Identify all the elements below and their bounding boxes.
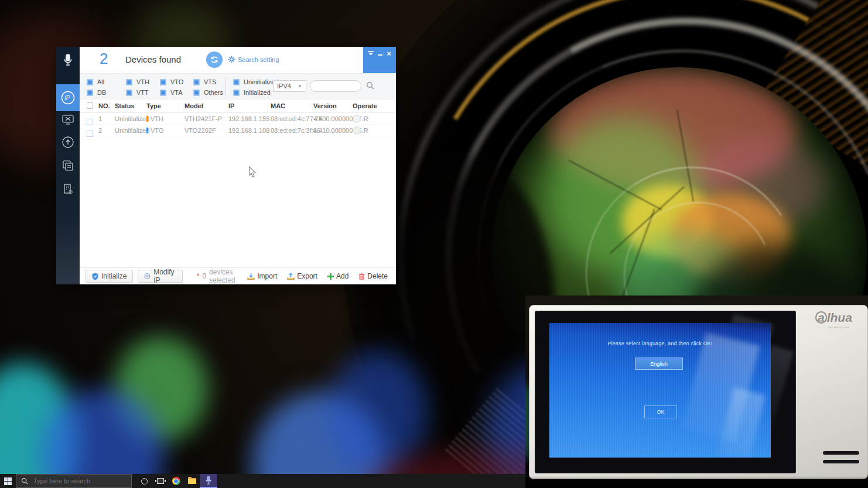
magnifier-icon [21,477,28,484]
configtool-taskbar-button[interactable] [200,474,217,488]
device-count: 2 [100,50,108,68]
filter-label: VTA [170,89,183,96]
cell-no: 2 [98,127,102,134]
building-gear-icon [61,183,74,195]
device-photo: Please select language, and then click O… [525,295,868,488]
ip-version-select[interactable]: IPV4 ▼ [273,80,306,92]
sidebar-item-building-config[interactable] [56,179,80,199]
logo-text: lhua [827,311,852,324]
export-label: Export [297,272,317,280]
taskbar-search-input[interactable] [32,477,127,485]
filter-label: DB [97,89,106,96]
column-ip: IP [228,102,234,109]
refresh-button[interactable] [206,51,223,68]
close-button[interactable]: × [387,50,391,57]
mouse-cursor [248,166,257,179]
sidebar-logo [56,50,80,70]
checkbox-checked[interactable] [233,79,240,85]
chrome-icon [172,477,180,485]
delete-button[interactable]: Delete [358,272,388,280]
filter-all[interactable]: All [87,78,126,85]
details-button[interactable] [353,115,361,123]
modify-ip-button[interactable]: IP Modify IP [138,270,182,283]
microphone-icon [62,53,74,67]
filter-bar: All VTH VTO VTS Uninitialized DB VTT VTA… [80,73,396,99]
filter-db[interactable]: DB [87,89,126,96]
search-setting-button[interactable]: Search setting [228,56,279,63]
taskbar [0,474,525,488]
filter-vth[interactable]: VTH [126,78,160,85]
taskbar-search[interactable] [16,474,132,488]
configtool-main: 2 Devices found Search setting [80,47,396,284]
sidebar-item-config-copy[interactable] [56,156,80,176]
cell-model: VTO2202F [184,127,216,134]
column-mac: MAC [271,102,285,109]
checkbox-checked[interactable] [87,79,93,85]
dahua-logo: alhua [815,311,852,325]
sidebar-item-upgrade[interactable] [56,132,80,152]
selected-label: devices selected [209,268,242,284]
filter-uninitialized[interactable]: Uninitialized [233,78,278,85]
table-row[interactable]: 2 Uninitialized VTO VTO2202F 192.168.1.1… [80,125,396,136]
ok-button[interactable]: OK [644,405,677,418]
chrome-taskbar-button[interactable] [168,474,184,488]
window-menu-button[interactable] [368,50,374,57]
initialize-button[interactable]: Initialize [86,270,133,283]
import-button[interactable]: Import [247,272,277,280]
cell-no: 1 [98,115,102,122]
start-button[interactable] [0,474,16,488]
add-button[interactable]: Add [327,272,348,280]
file-explorer-button[interactable] [184,474,200,488]
filter-label: VTT [136,89,149,96]
table-row[interactable]: 1 Uninitialized VTH VTH2421F-P 192.168.1… [80,113,396,125]
task-view-icon [157,478,164,484]
cell-status: Uninitialized [115,115,149,122]
filter-vts[interactable]: VTS [193,78,225,85]
configtool-window: IP [56,47,396,284]
filter-others[interactable]: Others [193,89,225,96]
trash-icon [358,273,365,280]
filter-initialized[interactable]: Initialized [233,89,271,96]
search-input[interactable] [310,80,361,92]
required-star: * [197,272,200,280]
cortana-button[interactable] [136,474,152,488]
checkbox-checked[interactable] [233,90,240,96]
windows-logo-icon [4,477,12,485]
menu-icon [368,50,374,56]
device-list: 1 Uninitialized VTH VTH2421F-P 192.168.1… [80,113,396,267]
checkbox-checked[interactable] [160,90,166,96]
web-browser-button[interactable]: e [353,126,361,135]
shield-icon [92,273,98,280]
row-checkbox[interactable] [87,119,93,125]
vth-tag-bar [146,116,148,122]
filter-vto[interactable]: VTO [160,78,193,85]
svg-text:IP: IP [146,274,149,278]
chevron-down-icon: ▼ [298,84,302,89]
filter-vtt[interactable]: VTT [126,89,160,96]
maintenance-icon [61,114,74,126]
select-all-checkbox[interactable] [87,102,93,109]
checkbox-checked[interactable] [126,90,132,96]
browser-e-icon: e [356,128,358,133]
documents-icon [61,159,74,172]
page-title: Devices found [125,54,181,64]
filter-vta[interactable]: VTA [160,89,193,96]
language-select-button[interactable]: English [635,358,683,370]
checkbox-checked[interactable] [87,90,93,96]
checkbox-checked[interactable] [193,90,200,96]
monitor-screen: Please select language, and then click O… [549,323,771,458]
delete-label: Delete [367,272,388,280]
checkbox-checked[interactable] [160,79,166,85]
search-button[interactable] [366,81,374,91]
filter-label: Initialized [244,89,271,96]
speaker-slot [823,460,859,463]
row-checkbox[interactable] [87,130,93,137]
checkbox-checked[interactable] [126,79,132,85]
checkbox-checked[interactable] [193,79,200,85]
column-no: NO. [98,102,110,109]
sidebar-item-device-maintenance[interactable] [56,110,80,130]
export-button[interactable]: Export [287,272,317,280]
sidebar-item-device-search[interactable]: IP [56,84,80,111]
minimize-button[interactable] [378,50,382,57]
task-view-button[interactable] [152,474,168,488]
